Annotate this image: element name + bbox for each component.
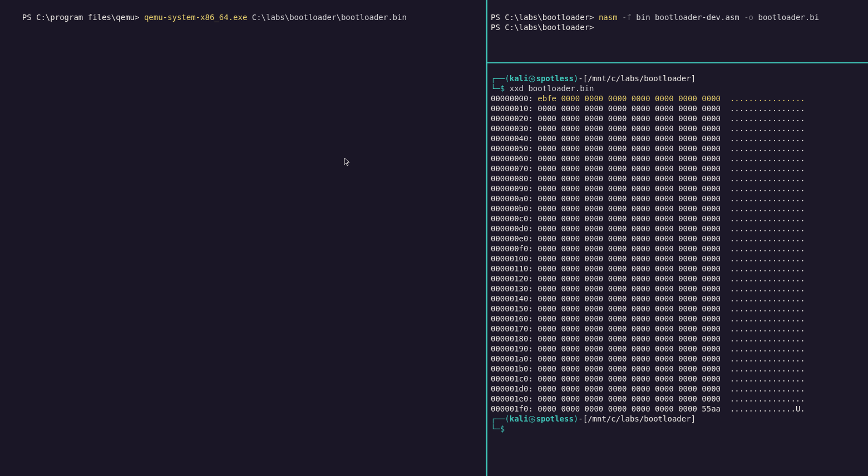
left-terminal[interactable]: PS C:\program files\qemu> qemu-system-x8… bbox=[0, 0, 487, 476]
ps-prompt-r2: PS C:\labs\bootloader> bbox=[491, 23, 594, 32]
skull-icon: ㉿ bbox=[528, 74, 536, 83]
qemu-command: qemu-system-x86_64.exe bbox=[144, 13, 247, 22]
dollar-prompt-2: $ bbox=[500, 424, 505, 433]
kali-open-paren: ( bbox=[505, 74, 509, 83]
nasm-flag-f: -f bbox=[618, 13, 632, 22]
right-terminal[interactable]: PS C:\labs\bootloader> nasm -f bin bootl… bbox=[487, 0, 868, 476]
kali-host: spotless bbox=[536, 74, 573, 83]
kali-corner4-icon: └─ bbox=[491, 424, 500, 433]
hex-rows-container: 00000010: 0000 0000 0000 0000 0000 0000 … bbox=[491, 104, 805, 403]
xxd-command: xxd bootloader.bin bbox=[510, 84, 594, 93]
nasm-flag-o: -o bbox=[739, 13, 753, 22]
mouse-cursor-icon bbox=[344, 137, 351, 147]
split-layout: PS C:\program files\qemu> qemu-system-x8… bbox=[0, 0, 868, 476]
nasm-arg-a: bin bootloader-dev.asm bbox=[632, 13, 739, 22]
nasm-command: nasm bbox=[599, 13, 618, 22]
nasm-arg-b: bootloader.bi bbox=[753, 13, 819, 22]
kali-path: /mnt/c/labs/bootloader bbox=[588, 74, 691, 83]
hex-row-last: 000001f0: 0000 0000 0000 0000 0000 0000 … bbox=[491, 404, 805, 413]
kali-user: kali bbox=[510, 74, 529, 83]
kali-corner3-icon: ┌── bbox=[491, 414, 505, 423]
kali-corner2-icon: └─ bbox=[491, 84, 500, 93]
skull-icon-2: ㉿ bbox=[528, 414, 536, 423]
ps-prompt-r1: PS C:\labs\bootloader> bbox=[491, 13, 599, 22]
kali-corner-icon: ┌── bbox=[491, 74, 505, 83]
pane-divider bbox=[487, 62, 868, 63]
dollar-prompt: $ bbox=[500, 84, 510, 93]
ps-prompt-left: PS C:\program files\qemu> bbox=[22, 13, 144, 22]
qemu-arg: C:\labs\bootloader\bootloader.bin bbox=[247, 13, 407, 22]
hex-row: 00000000: ebfe 0000 0000 0000 0000 0000 … bbox=[491, 94, 805, 103]
